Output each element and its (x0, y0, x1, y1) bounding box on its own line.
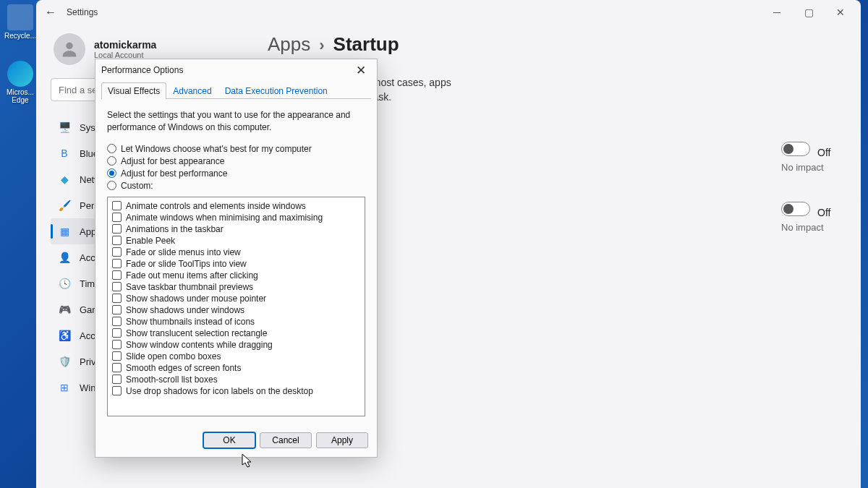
checkbox-label: Save taskbar thumbnail previews (126, 282, 253, 292)
radio-icon (107, 144, 116, 153)
checkbox-icon (112, 363, 122, 372)
minimize-button[interactable]: ─ (761, 1, 793, 23)
checkbox-option[interactable]: Show thumbnails instead of icons (112, 316, 360, 328)
performance-options-dialog: Performance Options ✕ Visual EffectsAdva… (95, 59, 378, 458)
user-name: atomickarma (94, 39, 156, 51)
checkbox-label: Animate controls and elements inside win… (126, 201, 306, 211)
toggle-state-label: Off (817, 147, 830, 158)
checkbox-icon (112, 328, 122, 338)
dialog-title: Performance Options (101, 65, 183, 75)
checkbox-icon (112, 259, 122, 268)
checkbox-icon (112, 236, 122, 245)
checkbox-option[interactable]: Fade or slide ToolTips into view (112, 258, 360, 270)
startup-toggle[interactable] (781, 202, 810, 216)
checkbox-label: Fade or slide menus into view (126, 247, 241, 257)
nav-icon: 🕓 (58, 277, 71, 290)
checkbox-icon (112, 294, 122, 303)
startup-impact: No impact (781, 222, 846, 233)
startup-toggle[interactable] (781, 142, 810, 156)
nav-icon: 🖥️ (58, 121, 71, 134)
radio-option[interactable]: Let Windows choose what's best for my co… (107, 144, 365, 154)
tab-data-execution-prevention[interactable]: Data Execution Prevention (218, 82, 334, 99)
checkbox-icon (112, 305, 122, 314)
checkbox-label: Fade or slide ToolTips into view (126, 259, 247, 269)
toggle-state-label: Off (817, 207, 830, 218)
close-button[interactable]: ✕ (825, 1, 856, 23)
checkbox-label: Show shadows under windows (126, 305, 244, 315)
desktop-icon-edge[interactable]: Micros... Edge (2, 61, 38, 104)
radio-option[interactable]: Adjust for best appearance (107, 156, 365, 166)
checkbox-label: Show translucent selection rectangle (126, 328, 267, 338)
radio-label: Let Windows choose what's best for my co… (121, 144, 312, 154)
radio-icon (107, 156, 116, 166)
checkbox-icon (112, 270, 122, 280)
visual-effects-list[interactable]: Animate controls and elements inside win… (107, 197, 365, 416)
checkbox-option[interactable]: Save taskbar thumbnail previews (112, 281, 360, 293)
chevron-right-icon: › (319, 36, 324, 55)
dialog-description: Select the settings that you want to use… (107, 109, 365, 134)
edge-icon (7, 61, 33, 87)
checkbox-icon (112, 340, 122, 349)
checkbox-icon (112, 213, 122, 222)
checkbox-label: Animate windows when minimising and maxi… (126, 213, 323, 223)
radio-label: Custom: (121, 181, 153, 191)
svg-point-0 (66, 43, 72, 49)
maximize-button[interactable]: ▢ (793, 1, 825, 23)
checkbox-option[interactable]: Enable Peek (112, 235, 360, 247)
checkbox-label: Slide open combo boxes (126, 351, 221, 361)
checkbox-option[interactable]: Smooth-scroll list boxes (112, 374, 360, 385)
checkbox-option[interactable]: Fade or slide menus into view (112, 247, 360, 258)
checkbox-option[interactable]: Show window contents while dragging (112, 339, 360, 351)
dialog-titlebar[interactable]: Performance Options ✕ (95, 59, 377, 81)
nav-icon: 🎮 (58, 303, 71, 316)
checkbox-option[interactable]: Show shadows under mouse pointer (112, 293, 360, 304)
apply-button[interactable]: Apply (316, 432, 368, 448)
checkbox-option[interactable]: Show translucent selection rectangle (112, 328, 360, 339)
checkbox-option[interactable]: Slide open combo boxes (112, 351, 360, 362)
checkbox-label: Animations in the taskbar (126, 224, 224, 234)
tab-visual-effects[interactable]: Visual Effects (101, 82, 166, 99)
checkbox-label: Smooth edges of screen fonts (126, 363, 241, 373)
checkbox-option[interactable]: Animate controls and elements inside win… (112, 200, 360, 212)
radio-option[interactable]: Custom: (107, 181, 365, 191)
desktop-icon-label: Recycle... (2, 32, 38, 40)
breadcrumb: Apps › Startup (268, 33, 846, 56)
radio-label: Adjust for best performance (121, 168, 227, 179)
ok-button[interactable]: OK (203, 432, 255, 448)
nav-icon: 🖌️ (58, 199, 71, 212)
settings-titlebar: ← Settings ─ ▢ ✕ (36, 0, 861, 25)
checkbox-label: Show window contents while dragging (126, 340, 273, 350)
nav-icon: B (58, 147, 71, 160)
checkbox-icon (112, 282, 122, 291)
radio-label: Adjust for best appearance (121, 156, 224, 166)
checkbox-label: Enable Peek (126, 236, 175, 246)
checkbox-label: Fade out menu items after clicking (126, 270, 258, 281)
breadcrumb-parent[interactable]: Apps (268, 33, 310, 56)
desktop-icon-recycle[interactable]: Recycle... (2, 4, 38, 40)
checkbox-option[interactable]: Use drop shadows for icon labels on the … (112, 385, 360, 397)
checkbox-option[interactable]: Animate windows when minimising and maxi… (112, 212, 360, 223)
checkbox-option[interactable]: Fade out menu items after clicking (112, 270, 360, 281)
tab-advanced[interactable]: Advanced (166, 82, 218, 99)
nav-icon: ◆ (58, 173, 71, 186)
nav-icon: 🛡️ (58, 355, 71, 368)
checkbox-option[interactable]: Animations in the taskbar (112, 223, 360, 235)
checkbox-icon (112, 317, 122, 326)
dialog-close-button[interactable]: ✕ (351, 61, 371, 79)
checkbox-icon (112, 201, 122, 210)
nav-icon: ▦ (58, 225, 71, 238)
checkbox-label: Show thumbnails instead of icons (126, 317, 255, 327)
checkbox-option[interactable]: Smooth edges of screen fonts (112, 362, 360, 374)
checkbox-option[interactable]: Show shadows under windows (112, 304, 360, 316)
desktop-icon-label: Micros... Edge (2, 88, 38, 104)
back-button[interactable]: ← (41, 2, 61, 22)
dialog-tabs: Visual EffectsAdvancedData Execution Pre… (95, 82, 377, 99)
window-title: Settings (67, 7, 98, 17)
radio-icon (107, 168, 116, 178)
nav-icon: ⊞ (58, 381, 71, 394)
checkbox-icon (112, 224, 122, 234)
checkbox-label: Use drop shadows for icon labels on the … (126, 386, 313, 396)
cancel-button[interactable]: Cancel (260, 432, 312, 448)
radio-option[interactable]: Adjust for best performance (107, 168, 365, 179)
checkbox-icon (112, 247, 122, 257)
